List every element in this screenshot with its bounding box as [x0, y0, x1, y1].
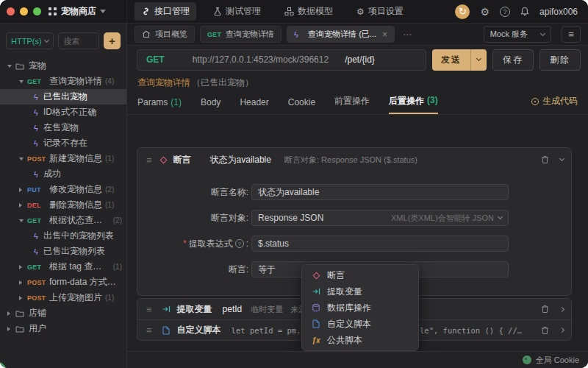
lightning-icon: ϟ: [34, 139, 43, 148]
tab-case-detail[interactable]: ϟ 查询宠物详情 (已... ×: [287, 26, 395, 43]
close-icon[interactable]: ×: [382, 29, 387, 40]
global-cookie-label[interactable]: 全局 Cookie: [536, 355, 579, 366]
target-hint: XML(类XML)会智能转 JSON: [391, 213, 494, 224]
tree-api[interactable]: GET 根据状态查找宠物列表 (2): [0, 213, 126, 228]
extract-expression-input[interactable]: [251, 236, 509, 252]
project-caret-icon[interactable]: [100, 10, 106, 13]
expand-arrow-icon[interactable]: [19, 203, 27, 208]
tab-pre-operations[interactable]: 前置操作: [334, 95, 370, 114]
generate-code-button[interactable]: 生成代码: [531, 95, 578, 114]
menu-item-custom-script[interactable]: 自定义脚本: [302, 316, 418, 332]
tree-case[interactable]: ϟ ID格式不正确: [0, 105, 126, 120]
assertion-name-input[interactable]: [251, 184, 509, 200]
expand-arrow-icon[interactable]: [19, 296, 27, 300]
tree-api[interactable]: DEL 删除宠物信息 (1): [0, 197, 126, 213]
settings-gear-icon[interactable]: ⚙: [480, 7, 490, 17]
help-icon[interactable]: ?: [500, 7, 510, 17]
expand-arrow-icon[interactable]: [7, 327, 15, 331]
tree-api[interactable]: POST 上传宠物图片 (1): [0, 290, 126, 305]
nav-data-model[interactable]: 数据模型: [278, 2, 340, 21]
mock-service-select[interactable]: Mock 服务: [484, 26, 551, 43]
drag-handle-icon[interactable]: ≡: [146, 325, 152, 336]
menu-item-assertion[interactable]: 断言: [302, 267, 418, 283]
maximize-window-button[interactable]: [33, 7, 41, 15]
drag-handle-icon[interactable]: ≡: [146, 304, 152, 315]
trash-icon[interactable]: [541, 305, 549, 314]
expand-arrow-icon[interactable]: [19, 188, 27, 192]
more-tabs-icon[interactable]: ⋯: [400, 29, 416, 40]
tab-header[interactable]: Header: [240, 97, 268, 114]
tree-api[interactable]: POST 新建宠物信息 (1): [0, 151, 126, 166]
chevron-down-icon: [540, 30, 545, 35]
bell-icon[interactable]: [520, 7, 529, 16]
expand-arrow-icon[interactable]: [19, 158, 27, 160]
nav-project-settings[interactable]: ⚙ 项目设置: [350, 2, 410, 21]
request-path[interactable]: /pet/{id}: [345, 54, 375, 65]
assertion-panel-header[interactable]: ≡ 断言 状态为available 断言对象: Response JSON ($…: [137, 148, 571, 171]
search-input[interactable]: [58, 32, 99, 49]
sync-button[interactable]: ↻: [455, 4, 470, 19]
expand-arrow-icon[interactable]: [7, 311, 15, 316]
assertion-target-select[interactable]: Response JSON XML(类XML)会智能转 JSON: [251, 210, 509, 226]
custom-script-icon: [311, 319, 321, 328]
project-name[interactable]: 宠物商店: [61, 5, 96, 18]
expand-arrow-icon[interactable]: [7, 65, 15, 68]
tab-api-detail[interactable]: GET 查询宠物详情: [200, 26, 282, 43]
tree-case[interactable]: ϟ 在售宠物: [0, 120, 126, 135]
tab-post-operations[interactable]: 后置操作(3): [389, 95, 438, 114]
collapse-chevron-icon[interactable]: [559, 156, 564, 161]
project-grid-icon: [49, 7, 57, 15]
save-button[interactable]: 保存: [492, 49, 534, 71]
tree-folder[interactable]: 店铺: [0, 305, 126, 321]
tab-body[interactable]: Body: [201, 97, 220, 114]
expand-arrow-icon[interactable]: [19, 219, 27, 222]
nav-api-management[interactable]: 接口管理: [135, 2, 196, 21]
tab-project-overview[interactable]: 项目概览: [135, 26, 195, 43]
tree-api[interactable]: GET 根据 tag 查找宠物列表 (1): [0, 259, 126, 275]
nav-label: 接口管理: [154, 5, 190, 18]
expand-arrow-icon[interactable]: [19, 80, 27, 83]
expand-chevron-icon[interactable]: [559, 306, 564, 311]
add-button[interactable]: +: [104, 32, 121, 49]
tree-folder[interactable]: 宠物: [0, 58, 126, 74]
send-options-caret[interactable]: [470, 49, 487, 71]
expand-arrow-icon[interactable]: [19, 265, 27, 269]
tab-cookie[interactable]: Cookie: [288, 97, 315, 114]
lightning-icon: ϟ: [294, 30, 304, 39]
tab-params[interactable]: Params(1): [137, 97, 182, 114]
menu-item-public-script[interactable]: ƒx 公共脚本: [302, 332, 418, 348]
request-method[interactable]: GET: [146, 54, 165, 65]
minimize-window-button[interactable]: [20, 7, 28, 15]
tree-case-selected[interactable]: ϟ 已售出宠物: [0, 89, 126, 105]
delete-button[interactable]: 删除: [539, 49, 581, 71]
trash-icon[interactable]: [541, 326, 549, 335]
tree-folder[interactable]: 用户: [0, 321, 126, 336]
tree-case[interactable]: ϟ 成功: [0, 166, 126, 182]
tree-case[interactable]: ϟ 已售出宠物列表: [0, 244, 126, 259]
expand-chevron-icon[interactable]: [559, 328, 564, 333]
database-icon: [311, 303, 321, 312]
drag-handle-icon[interactable]: ≡: [146, 155, 152, 166]
protocol-select[interactable]: HTTP(s): [6, 32, 54, 49]
tree-case[interactable]: ϟ 出售中的宠物列表: [0, 228, 126, 244]
tree-case[interactable]: ϟ 记录不存在: [0, 135, 126, 151]
username[interactable]: apifox006: [539, 7, 578, 17]
tab-list-button[interactable]: ≡: [562, 26, 581, 43]
tree-api[interactable]: PUT 修改宠物信息 (2): [0, 182, 126, 197]
topbar-right: ↻ ⚙ ? apifox006: [455, 4, 588, 19]
chevron-down-icon: [498, 214, 503, 219]
menu-item-database[interactable]: 数据库操作: [302, 300, 418, 316]
model-icon: [284, 7, 294, 16]
nav-label: 数据模型: [298, 5, 333, 18]
nav-test-management[interactable]: 测试管理: [207, 2, 268, 21]
expand-arrow-icon[interactable]: [19, 280, 27, 285]
send-button[interactable]: 发送: [432, 49, 487, 71]
menu-item-extract-variable[interactable]: 提取变量: [302, 283, 418, 300]
help-icon[interactable]: ?: [235, 239, 244, 248]
url-input[interactable]: GET http://127.0.0.1:4523/mock/396612 /p…: [137, 49, 426, 71]
tree-api[interactable]: POST form-data 方式更新宠物信...: [0, 275, 126, 290]
trash-icon[interactable]: [541, 155, 549, 164]
tree-api[interactable]: GET 查询宠物详情 (4): [0, 74, 126, 89]
method-badge: GET: [207, 31, 221, 38]
close-window-button[interactable]: [7, 7, 15, 15]
